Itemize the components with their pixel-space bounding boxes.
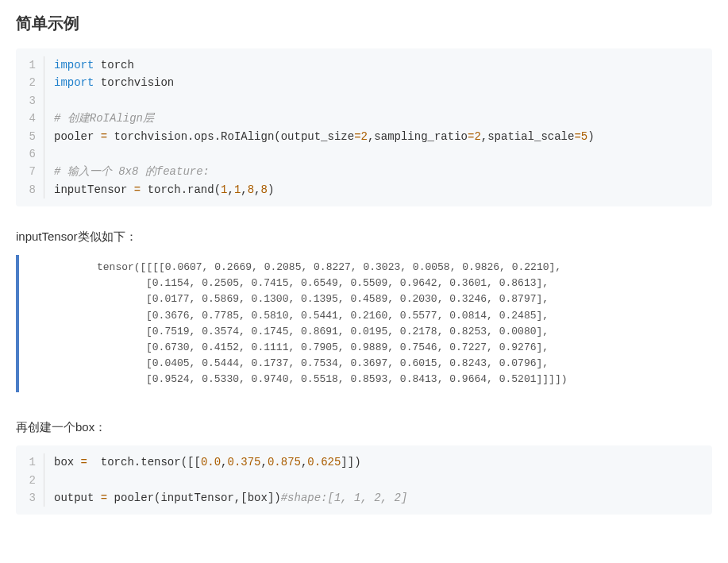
tensor-row: tensor([[[[0.0607, 0.2669, 0.2085, 0.822…	[32, 260, 712, 276]
line-number: 3	[16, 92, 44, 110]
line-number: 1	[16, 56, 44, 74]
code-content: # 创建RoIAlign层	[54, 110, 154, 127]
code-content: pooler = torchvision.ops.RoIAlign(output…	[54, 128, 595, 145]
tensor-row: [0.0405, 0.5444, 0.1737, 0.7534, 0.3697,…	[32, 356, 712, 372]
code-content: # 输入一个 8x8 的feature:	[54, 163, 210, 180]
code-block-1: 1import torch2import torchvision3 4# 创建R…	[16, 48, 712, 206]
code-line: 1box = torch.tensor([[0.0,0.375,0.875,0.…	[16, 453, 712, 471]
code-content: output = pooler(inputTensor,[box])#shape…	[54, 489, 407, 507]
code-line: 6	[16, 145, 712, 163]
tensor-row: [0.1154, 0.2505, 0.7415, 0.6549, 0.5509,…	[32, 276, 712, 291]
code-line: 1import torch	[16, 56, 712, 74]
line-number: 6	[16, 145, 44, 163]
code-line: 7# 输入一个 8x8 的feature:	[16, 163, 712, 180]
code-content: import torchvision	[54, 74, 174, 91]
line-number: 8	[16, 181, 44, 199]
code-line: 3	[16, 92, 712, 110]
code-block-2: 1box = torch.tensor([[0.0,0.375,0.875,0.…	[16, 445, 712, 515]
tensor-row: [0.3676, 0.7785, 0.5810, 0.5441, 0.2160,…	[32, 308, 712, 324]
code-content: import torch	[54, 56, 134, 74]
line-number: 7	[16, 163, 44, 180]
tensor-row: [0.9524, 0.5330, 0.9740, 0.5518, 0.8593,…	[32, 372, 712, 388]
code-content: box = torch.tensor([[0.0,0.375,0.875,0.6…	[54, 453, 361, 471]
section-heading: 简单示例	[16, 13, 712, 34]
code-content	[54, 92, 60, 110]
line-number: 1	[16, 453, 44, 471]
tensor-row: [0.0177, 0.5869, 0.1300, 0.1395, 0.4589,…	[32, 291, 712, 307]
code-line: 5pooler = torchvision.ops.RoIAlign(outpu…	[16, 128, 712, 145]
code-line: 3output = pooler(inputTensor,[box])#shap…	[16, 489, 712, 507]
code-line: 8inputTensor = torch.rand(1,1,8,8)	[16, 181, 712, 199]
line-number: 2	[16, 74, 44, 91]
paragraph-tensor-intro: inputTensor类似如下：	[16, 226, 712, 247]
code-content: inputTensor = torch.rand(1,1,8,8)	[54, 181, 274, 199]
line-number: 2	[16, 472, 44, 489]
code-content	[54, 472, 60, 489]
tensor-row: [0.7519, 0.3574, 0.1745, 0.8691, 0.0195,…	[32, 324, 712, 340]
code-line: 2import torchvision	[16, 74, 712, 91]
line-number: 5	[16, 128, 44, 145]
tensor-row: [0.6730, 0.4152, 0.1111, 0.7905, 0.9889,…	[32, 340, 712, 356]
line-number: 4	[16, 110, 44, 127]
line-number: 3	[16, 489, 44, 507]
code-content	[54, 145, 60, 163]
tensor-output: tensor([[[[0.0607, 0.2669, 0.2085, 0.822…	[16, 255, 712, 392]
code-line: 2	[16, 472, 712, 489]
code-line: 4# 创建RoIAlign层	[16, 110, 712, 127]
paragraph-box-intro: 再创建一个box：	[16, 416, 712, 438]
